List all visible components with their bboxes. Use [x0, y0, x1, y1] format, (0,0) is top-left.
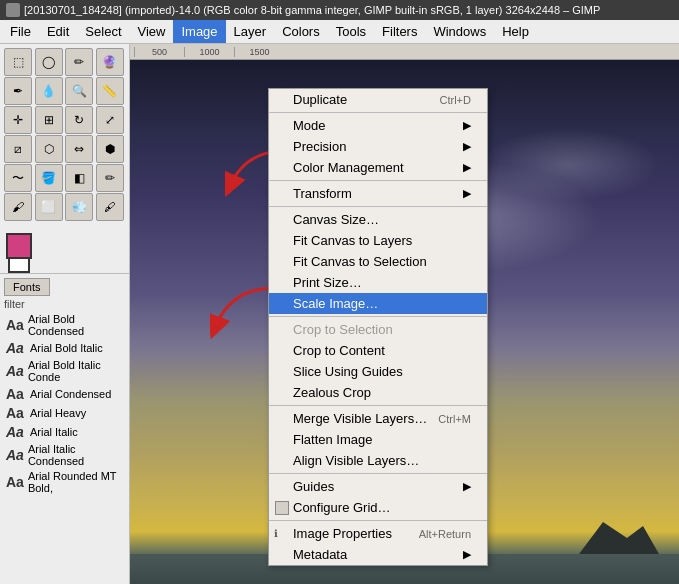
font-list: Aa Arial Bold Condensed Aa Arial Bold It…: [4, 312, 125, 495]
ruler-marks: 500 1000 1500: [134, 47, 284, 57]
menu-item-flatten-image[interactable]: Flatten Image: [269, 429, 487, 450]
tool-scale[interactable]: ⤢: [96, 106, 124, 134]
title-text: [20130701_184248] (imported)-14.0 (RGB c…: [24, 4, 600, 16]
ruler-mark: 1000: [184, 47, 234, 57]
tool-colorpicker[interactable]: 💧: [35, 77, 63, 105]
separator: [269, 473, 487, 474]
menu-item-align-visible[interactable]: Align Visible Layers…: [269, 450, 487, 471]
fonts-section: Fonts filter Aa Arial Bold Condensed Aa …: [0, 273, 129, 499]
tool-free-select[interactable]: ✏: [65, 48, 93, 76]
menu-item-crop-selection[interactable]: Crop to Selection: [269, 319, 487, 340]
menu-item-crop-content[interactable]: Crop to Content: [269, 340, 487, 361]
tool-flip[interactable]: ⇔: [65, 135, 93, 163]
separator: [269, 405, 487, 406]
tool-ellipse-select[interactable]: ◯: [35, 48, 63, 76]
toolbox-panel: ⬚ ◯ ✏ 🔮 ✒ 💧 🔍 📏 ✛ ⊞ ↻ ⤢ ⧄ ⬡ ⇔ ⬢ 〜 🪣 ◧ ✏: [0, 44, 130, 584]
tool-cage[interactable]: ⬢: [96, 135, 124, 163]
tool-ink[interactable]: 🖋: [96, 193, 124, 221]
separator: [269, 112, 487, 113]
tool-bucket[interactable]: 🪣: [35, 164, 63, 192]
menu-bar: File Edit Select View Image Layer Colors…: [0, 20, 679, 44]
tool-eraser[interactable]: ⬜: [35, 193, 63, 221]
separator: [269, 316, 487, 317]
colors-section: [0, 225, 129, 273]
font-item[interactable]: Aa Arial Italic Condensed: [4, 442, 125, 468]
toolbox-grid: ⬚ ◯ ✏ 🔮 ✒ 💧 🔍 📏 ✛ ⊞ ↻ ⤢ ⧄ ⬡ ⇔ ⬢ 〜 🪣 ◧ ✏: [0, 44, 129, 225]
menu-item-fit-canvas-layers[interactable]: Fit Canvas to Layers: [269, 230, 487, 251]
separator: [269, 520, 487, 521]
tool-align[interactable]: ⊞: [35, 106, 63, 134]
menu-help[interactable]: Help: [494, 20, 537, 43]
tool-rect-select[interactable]: ⬚: [4, 48, 32, 76]
menu-file[interactable]: File: [2, 20, 39, 43]
menu-windows[interactable]: Windows: [425, 20, 494, 43]
font-item[interactable]: Aa Arial Italic: [4, 423, 125, 441]
menu-item-image-properties[interactable]: ℹ Image Properties Alt+Return: [269, 523, 487, 544]
menu-item-transform[interactable]: Transform ▶: [269, 183, 487, 204]
menu-item-duplicate[interactable]: Duplicate Ctrl+D: [269, 89, 487, 110]
tool-warp[interactable]: 〜: [4, 164, 32, 192]
menu-item-print-size[interactable]: Print Size…: [269, 272, 487, 293]
font-item[interactable]: Aa Arial Rounded MT Bold,: [4, 469, 125, 495]
image-dropdown-menu: Duplicate Ctrl+D Mode ▶ Precision ▶ Colo…: [268, 88, 488, 566]
menu-item-precision[interactable]: Precision ▶: [269, 136, 487, 157]
tool-zoom[interactable]: 🔍: [65, 77, 93, 105]
tool-shear[interactable]: ⧄: [4, 135, 32, 163]
tool-blend[interactable]: ◧: [65, 164, 93, 192]
menu-item-fit-canvas-selection[interactable]: Fit Canvas to Selection: [269, 251, 487, 272]
tool-paintbrush[interactable]: 🖌: [4, 193, 32, 221]
ruler-horizontal: 500 1000 1500: [130, 44, 679, 60]
separator: [269, 206, 487, 207]
tool-move[interactable]: ✛: [4, 106, 32, 134]
font-item[interactable]: Aa Arial Bold Italic: [4, 339, 125, 357]
font-item[interactable]: Aa Arial Bold Condensed: [4, 312, 125, 338]
font-item[interactable]: Aa Arial Heavy: [4, 404, 125, 422]
filter-label: filter: [4, 298, 125, 310]
menu-item-scale-image[interactable]: Scale Image…: [269, 293, 487, 314]
tool-fuzzy-select[interactable]: 🔮: [96, 48, 124, 76]
menu-select[interactable]: Select: [77, 20, 129, 43]
menu-item-slice-guides[interactable]: Slice Using Guides: [269, 361, 487, 382]
fonts-tab[interactable]: Fonts: [4, 278, 50, 296]
app-icon: [6, 3, 20, 17]
tool-measure[interactable]: 📏: [96, 77, 124, 105]
tool-perspective[interactable]: ⬡: [35, 135, 63, 163]
menu-item-metadata[interactable]: Metadata ▶: [269, 544, 487, 565]
menu-item-mode[interactable]: Mode ▶: [269, 115, 487, 136]
menu-item-color-management[interactable]: Color Management ▶: [269, 157, 487, 178]
font-item[interactable]: Aa Arial Condensed: [4, 385, 125, 403]
main-layout: ⬚ ◯ ✏ 🔮 ✒ 💧 🔍 📏 ✛ ⊞ ↻ ⤢ ⧄ ⬡ ⇔ ⬢ 〜 🪣 ◧ ✏: [0, 44, 679, 584]
menu-view[interactable]: View: [130, 20, 174, 43]
tool-airbrush[interactable]: 💨: [65, 193, 93, 221]
menu-item-canvas-size[interactable]: Canvas Size…: [269, 209, 487, 230]
menu-item-configure-grid[interactable]: Configure Grid…: [269, 497, 487, 518]
tool-rotate[interactable]: ↻: [65, 106, 93, 134]
menu-edit[interactable]: Edit: [39, 20, 77, 43]
separator: [269, 180, 487, 181]
title-bar: [20130701_184248] (imported)-14.0 (RGB c…: [0, 0, 679, 20]
menu-tools[interactable]: Tools: [328, 20, 374, 43]
menu-item-zealous-crop[interactable]: Zealous Crop: [269, 382, 487, 403]
menu-layer[interactable]: Layer: [226, 20, 275, 43]
ruler-mark: 1500: [234, 47, 284, 57]
font-item[interactable]: Aa Arial Bold Italic Conde: [4, 358, 125, 384]
menu-filters[interactable]: Filters: [374, 20, 425, 43]
ruler-mark: 500: [134, 47, 184, 57]
tool-paths[interactable]: ✒: [4, 77, 32, 105]
menu-image[interactable]: Image: [173, 20, 225, 43]
menu-item-merge-visible[interactable]: Merge Visible Layers… Ctrl+M: [269, 408, 487, 429]
canvas-area: 500 1000 1500 Duplicate Ctrl+D Mode ▶: [130, 44, 679, 584]
foreground-color-swatch[interactable]: [6, 233, 32, 259]
tool-pencil[interactable]: ✏: [96, 164, 124, 192]
menu-item-guides[interactable]: Guides ▶: [269, 476, 487, 497]
menu-colors[interactable]: Colors: [274, 20, 328, 43]
